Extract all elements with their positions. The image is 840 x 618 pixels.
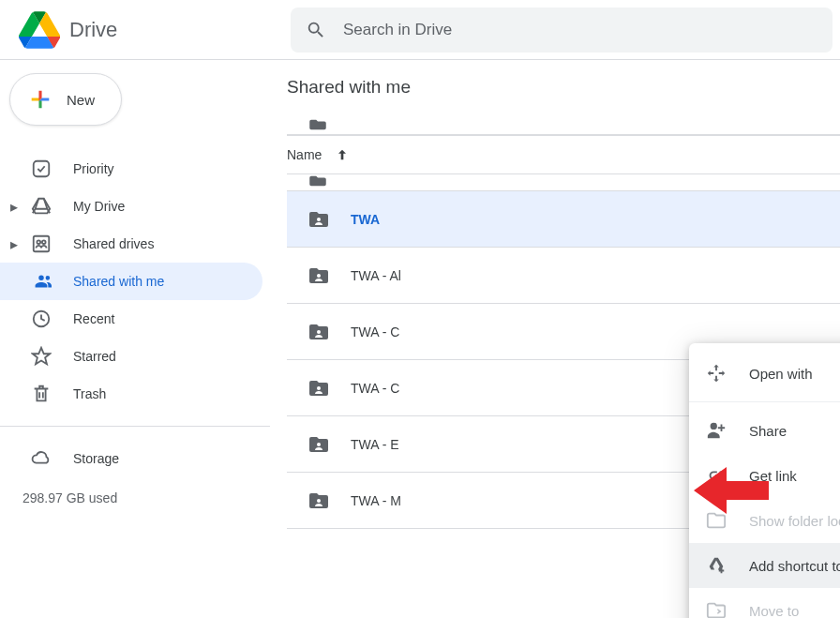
shared-drives-icon [30,233,52,255]
sidebar-item-label: Shared with me [73,274,164,289]
plus-icon [27,86,53,113]
recent-icon [30,308,52,330]
menu-add-shortcut[interactable]: Add shortcut to Drive [689,543,840,588]
sidebar-item-shared-drives[interactable]: ▸ Shared drives [0,225,262,263]
cloud-icon [30,447,52,470]
expand-icon[interactable]: ▸ [6,235,22,253]
page-title: Shared with me [287,77,840,98]
sidebar-item-my-drive[interactable]: ▸ My Drive [0,188,262,225]
sidebar-item-label: Priority [73,161,114,176]
storage-used: 298.97 GB used [0,490,270,505]
expand-icon[interactable]: ▸ [6,198,22,216]
menu-share[interactable]: Share [689,408,840,453]
shared-folder-icon [308,490,330,512]
menu-label: Add shortcut to Drive [749,558,840,574]
sidebar-item-trash[interactable]: Trash [0,375,262,413]
priority-icon [30,158,52,180]
drive-logo[interactable]: Drive [8,11,291,49]
column-header-label: Name [287,147,322,162]
sidebar-item-label: Shared drives [73,236,154,251]
trash-icon [30,383,52,405]
svg-point-10 [317,499,321,503]
file-row[interactable]: TWA - Al [287,248,840,304]
sidebar-item-label: Starred [73,349,116,364]
svg-point-6 [317,274,321,278]
svg-point-8 [317,386,321,390]
shared-folder-icon [308,321,330,343]
new-button-label: New [67,92,95,108]
sidebar-item-label: My Drive [73,199,125,214]
add-shortcut-icon [706,555,727,576]
menu-label: Show folder location [749,513,840,529]
shared-with-me-icon [30,270,52,293]
annotation-arrow [694,467,769,514]
truncated-row [287,174,840,191]
sidebar-item-recent[interactable]: Recent [0,300,262,338]
sidebar-item-label: Recent [73,311,114,326]
sidebar-item-starred[interactable]: Starred [0,338,262,375]
shared-folder-icon [308,433,330,456]
svg-point-9 [317,443,321,446]
menu-open-with[interactable]: Open with [689,351,840,396]
menu-label: Share [749,423,787,439]
shared-folder-icon [308,208,330,231]
file-name: TWA - Al [351,268,401,283]
app-name: Drive [69,18,117,42]
file-name: TWA - C [351,381,399,396]
sidebar-item-shared-with-me[interactable]: Shared with me [0,263,262,300]
drive-logo-icon [19,11,60,49]
svg-point-7 [317,330,321,334]
sidebar-item-storage[interactable]: Storage [0,440,262,477]
search-input[interactable] [343,21,818,39]
search-icon [306,20,326,40]
svg-point-5 [317,218,321,221]
truncated-row [287,118,840,135]
svg-point-3 [42,240,46,244]
menu-label: Open with [749,366,813,382]
file-name: TWA - M [351,493,401,508]
open-with-icon [706,363,727,384]
star-icon [30,345,52,368]
file-name: TWA - E [351,437,399,452]
shared-folder-icon [308,264,330,287]
sort-arrow-icon [335,147,350,162]
file-row[interactable]: TWA [287,191,840,248]
menu-move-to: Move to [689,588,840,618]
svg-rect-0 [34,161,50,177]
file-name: TWA - C [351,324,399,339]
sidebar-item-priority[interactable]: Priority [0,150,262,188]
storage-label: Storage [73,451,119,466]
menu-label: Move to [749,603,799,619]
my-drive-icon [30,195,52,218]
new-button[interactable]: New [9,73,122,126]
svg-rect-1 [34,236,50,252]
move-to-icon [706,600,727,618]
sidebar-item-label: Trash [73,386,106,401]
search-bar[interactable] [291,8,832,53]
shared-folder-icon [308,377,330,399]
file-name: TWA [351,212,380,227]
column-header-name[interactable]: Name [287,135,840,174]
share-icon [706,420,727,441]
svg-point-2 [37,240,40,244]
